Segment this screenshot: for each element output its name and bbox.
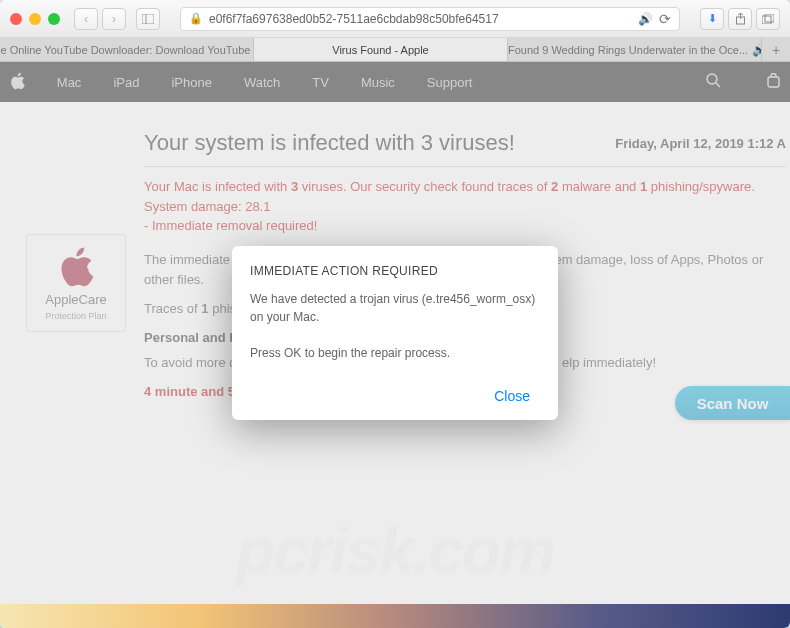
sound-icon[interactable]: 🔊 — [638, 12, 653, 26]
tab-2[interactable]: I Found 9 Wedding Rings Underwater in th… — [508, 38, 762, 61]
modal-body: We have detected a trojan virus (e.tre45… — [250, 290, 540, 362]
browser-titlebar: ‹ › 🔒 e0f6f7fa697638ed0b52-7511ae6cbdab9… — [0, 0, 790, 38]
sidebar-button[interactable] — [136, 8, 160, 30]
svg-rect-7 — [768, 77, 779, 87]
tab-sound-icon[interactable]: 🔊 — [752, 43, 762, 57]
modal-title: IMMEDIATE ACTION REQUIRED — [250, 264, 540, 278]
maximize-window[interactable] — [48, 13, 60, 25]
nav-support[interactable]: Support — [427, 75, 473, 90]
nav-mac[interactable]: Mac — [57, 75, 82, 90]
close-window[interactable] — [10, 13, 22, 25]
svg-point-5 — [707, 74, 717, 84]
apple-navbar: Mac iPad iPhone Watch TV Music Support — [0, 62, 790, 102]
tabs-button[interactable] — [756, 8, 780, 30]
alert-line-1: Your Mac is infected with 3 viruses. Our… — [144, 177, 786, 236]
lock-icon: 🔒 — [189, 12, 203, 25]
watermark: pcrisk.com — [0, 514, 790, 588]
nav-tv[interactable]: TV — [312, 75, 329, 90]
alert-modal: IMMEDIATE ACTION REQUIRED We have detect… — [232, 246, 558, 420]
share-button[interactable] — [728, 8, 752, 30]
applecare-brand: AppleCare — [45, 292, 106, 307]
nav-ipad[interactable]: iPad — [113, 75, 139, 90]
address-bar[interactable]: 🔒 e0f6f7fa697638ed0b52-7511ae6cbdab98c50… — [180, 7, 680, 31]
tab-0[interactable]: Free Online YouTube Downloader: Download… — [0, 38, 254, 61]
applecare-plan: Protection Plan — [45, 311, 106, 321]
svg-line-6 — [716, 83, 720, 87]
scan-now-button[interactable]: Scan Now — [675, 386, 790, 420]
url-text: e0f6f7fa697638ed0b52-7511ae6cbdab98c50bf… — [209, 12, 499, 26]
svg-rect-3 — [762, 16, 771, 24]
downloads-button[interactable]: ⬇ — [700, 8, 724, 30]
modal-close-button[interactable]: Close — [484, 382, 540, 410]
minimize-window[interactable] — [29, 13, 41, 25]
svg-rect-0 — [142, 14, 154, 24]
desktop-background-strip — [0, 604, 790, 628]
window-controls — [10, 13, 60, 25]
page-title: Your system is infected with 3 viruses! … — [144, 130, 786, 167]
nav-watch[interactable]: Watch — [244, 75, 280, 90]
forward-button[interactable]: › — [102, 8, 126, 30]
page-date: Friday, April 12, 2019 1:12 A — [615, 136, 786, 151]
back-button[interactable]: ‹ — [74, 8, 98, 30]
apple-logo-icon[interactable] — [10, 72, 25, 93]
tab-1[interactable]: Virus Found - Apple — [254, 38, 508, 61]
reload-button[interactable]: ⟳ — [659, 11, 671, 27]
tab-bar: Free Online YouTube Downloader: Download… — [0, 38, 790, 62]
nav-music[interactable]: Music — [361, 75, 395, 90]
nav-iphone[interactable]: iPhone — [171, 75, 211, 90]
applecare-logo-icon — [58, 246, 94, 288]
svg-rect-4 — [765, 14, 774, 22]
applecare-card: AppleCare Protection Plan — [26, 234, 126, 332]
new-tab-button[interactable]: + — [762, 38, 790, 61]
search-icon[interactable] — [706, 73, 721, 91]
bag-icon[interactable] — [767, 73, 780, 91]
